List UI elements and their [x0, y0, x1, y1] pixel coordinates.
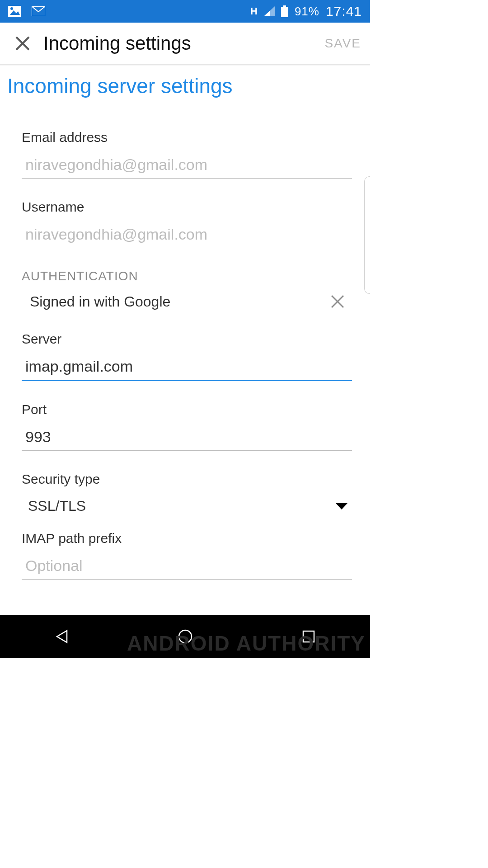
svg-point-2 [10, 7, 13, 10]
port-label: Port [22, 402, 348, 417]
android-status-bar: H 91% 17:41 [0, 0, 370, 23]
gallery-status-icon [8, 6, 21, 17]
username-label: Username [22, 199, 348, 215]
email-label: Email address [22, 130, 348, 145]
settings-form: Email address Username AUTHENTICATION Si… [0, 98, 370, 580]
status-left-icons [8, 6, 45, 17]
server-field-group: Server [22, 331, 348, 381]
network-type-indicator: H [250, 5, 258, 17]
security-field-group: Security type SSL/TLS [22, 472, 348, 514]
app-bar: Incoming settings SAVE [0, 23, 370, 65]
section-heading: Incoming server settings [0, 65, 370, 98]
port-field-group: Port [22, 402, 348, 451]
save-button[interactable]: SAVE [324, 36, 370, 51]
close-icon [330, 294, 345, 309]
clock-time: 17:41 [326, 4, 362, 19]
scrollbar-handle[interactable] [364, 176, 370, 294]
close-icon [14, 35, 31, 52]
svg-rect-6 [283, 5, 286, 7]
close-button[interactable] [0, 23, 45, 64]
authentication-group: AUTHENTICATION Signed in with Google [22, 269, 348, 312]
svg-marker-5 [264, 10, 270, 16]
clear-authentication-button[interactable] [327, 291, 348, 312]
svg-rect-7 [281, 7, 288, 17]
imap-prefix-field-group: IMAP path prefix [22, 531, 348, 580]
status-right-cluster: H 91% 17:41 [250, 4, 362, 19]
username-field-group: Username [22, 199, 348, 248]
authentication-value: Signed in with Google [30, 293, 170, 310]
battery-icon [281, 5, 288, 17]
imap-prefix-input[interactable] [22, 557, 352, 580]
watermark-text: ANDROID AUTHORITY [127, 631, 366, 656]
chevron-down-icon [336, 503, 347, 509]
nav-back-button[interactable] [35, 623, 89, 650]
server-input[interactable] [22, 358, 352, 381]
email-input[interactable] [22, 156, 352, 179]
email-field-group: Email address [22, 130, 348, 179]
port-input[interactable] [22, 428, 352, 451]
server-label: Server [22, 331, 348, 347]
security-dropdown[interactable]: SSL/TLS [22, 498, 348, 514]
authentication-row[interactable]: Signed in with Google [22, 291, 348, 312]
authentication-label: AUTHENTICATION [22, 269, 348, 283]
battery-percentage: 91% [295, 5, 319, 19]
imap-prefix-label: IMAP path prefix [22, 531, 348, 546]
security-label: Security type [22, 472, 348, 487]
signal-icon [264, 6, 275, 16]
username-input[interactable] [22, 226, 352, 248]
page-title: Incoming settings [43, 33, 324, 54]
email-status-icon [32, 6, 45, 16]
svg-marker-12 [57, 631, 67, 642]
android-nav-bar: ANDROID AUTHORITY [0, 615, 370, 658]
security-value: SSL/TLS [28, 498, 86, 514]
back-icon [54, 629, 70, 644]
